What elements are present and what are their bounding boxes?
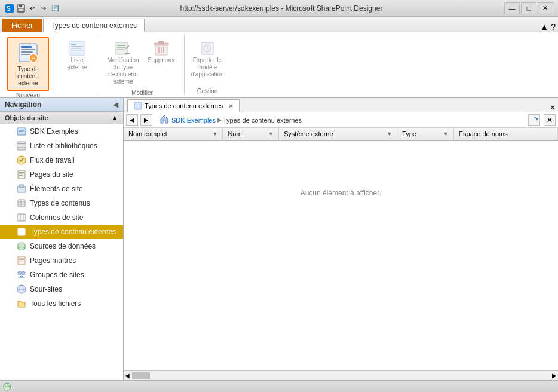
help-icon[interactable]: ? [551,22,556,32]
liste-externe-label: Listeexterne [67,57,87,71]
section-expand-icon: ▲ [111,114,118,122]
svg-rect-4 [19,8,23,11]
tab-types-contenu-externes[interactable]: Types de contenu externes [43,19,145,32]
svg-text:S: S [7,5,11,12]
scroll-left-button[interactable]: ◀ [124,372,131,379]
svg-rect-32 [19,131,23,132]
svg-text:+: + [32,55,35,62]
nav-item-flux-travail[interactable]: Flux de travail [0,153,123,167]
svg-rect-7 [21,49,35,50]
svg-rect-24 [159,41,164,44]
svg-rect-36 [18,146,25,146]
save-icon[interactable] [16,4,26,13]
svg-rect-21 [125,53,130,54]
maximize-button[interactable]: □ [521,2,536,14]
button-type-contenu-externe[interactable]: + Type de contenuexterne [7,37,49,91]
type-contenu-icon: + [16,41,40,65]
tab-icon [134,102,142,110]
button-supprimer[interactable]: Supprimer [143,37,179,67]
nav-item-types-contenus[interactable]: Types de contenus [0,196,123,210]
tab-types-contenu-externes[interactable]: Types de contenu externes ✕ [127,99,240,112]
sources-donnees-icon [17,241,26,251]
redo-icon[interactable]: ↪ [39,4,48,13]
nav-item-sdk-exemples[interactable]: SDK Exemples [0,124,123,139]
nav-item-elements-site[interactable]: Éléments de site [0,182,123,196]
col-nom[interactable]: Nom ▼ [223,128,279,140]
type-contenu-label: Type de contenuexterne [11,66,45,87]
ribbon-group-liste: Listeexterne [54,35,100,94]
nav-label-liste-bibliotheques: Liste et bibliothèques [30,142,97,150]
status-bar [0,380,558,392]
svg-rect-39 [18,170,25,179]
breadcrumb-sdk-exemples[interactable]: SDK Exemples [171,117,216,124]
content-area: Types de contenu externes ✕ ✕ ◀ ▶ SDK Ex… [124,98,558,380]
tab-close-button[interactable]: ✕ [228,103,233,109]
nav-header: Navigation ◀ [0,98,123,112]
nav-item-sources-donnees[interactable]: Sources de données [0,239,123,253]
nav-label-groupes-sites: Groupes de sites [30,271,84,279]
tab-fichier[interactable]: Fichier [2,19,42,32]
undo-icon[interactable]: ↩ [27,4,37,13]
button-liste-externe[interactable]: Listeexterne [59,37,95,74]
svg-rect-40 [19,172,24,173]
button-exporter-modele[interactable]: Exporter lemodèle d'application [189,37,225,81]
nav-item-pages-maitres[interactable]: Pages maîtres [0,253,123,268]
nav-label-sdk-exemples: SDK Exemples [30,127,78,136]
horizontal-scrollbar[interactable]: ◀ ▶ [124,370,558,380]
close-button[interactable]: ✕ [538,2,553,14]
title-bar-icons: S ↩ ↪ 🔄 [5,4,60,13]
nav-label-tous-fichiers: Tous les fichiers [30,299,81,308]
sous-sites-icon [17,284,26,294]
nav-label-colonnes-site: Colonnes de site [30,213,83,222]
liste-externe-icon [69,40,85,57]
nav-item-tous-fichiers[interactable]: Tous les fichiers [0,296,123,311]
col-arrow-type: ▼ [443,131,449,137]
exporter-label: Exporter lemodèle d'application [191,57,223,78]
home-button[interactable] [160,114,169,125]
group-label-nouveau: Nouveau [16,91,40,99]
back-button[interactable]: ◀ [126,114,138,126]
help-up-icon[interactable]: ▲ [540,22,548,32]
tab-label: Types de contenu externes [145,102,223,109]
col-nom-complet[interactable]: Nom complet ▼ [124,128,223,140]
groupes-sites-icon [17,270,26,280]
svg-rect-42 [19,175,23,176]
nav-item-liste-bibliotheques[interactable]: Liste et bibliothèques [0,139,123,153]
nav-item-groupes-sites[interactable]: Groupes de sites [0,268,123,282]
svg-rect-61 [19,259,24,260]
table-area[interactable]: Nom complet ▼ Nom ▼ Syst [124,128,558,370]
breadcrumb-bar: ◀ ▶ SDK Exemples ▶ Types de contenu exte… [124,112,558,128]
svg-rect-45 [18,200,25,207]
scroll-right-button[interactable]: ▶ [551,372,558,379]
col-type[interactable]: Type ▼ [397,128,454,140]
col-systeme-externe[interactable]: Système externe ▼ [279,128,397,140]
nav-label-sources-donnees: Sources de données [30,242,96,250]
nav-item-colonnes-site[interactable]: Colonnes de site [0,210,123,225]
col-espace-noms[interactable]: Espace de noms [453,128,557,140]
pages-maitres-icon [17,256,26,265]
modification-type-label: Modification du typede contenu externe [107,57,139,85]
pages-site-icon [17,170,26,179]
ribbon-buttons-liste: Listeexterne [59,35,95,93]
refresh-icon[interactable]: 🔄 [50,4,60,13]
breadcrumb-stop-button[interactable]: ✕ [544,114,556,126]
button-modification-type[interactable]: Modification du typede contenu externe [105,37,141,88]
close-content-button[interactable]: ✕ [550,103,558,112]
svg-rect-20 [117,49,124,50]
window-title: http://ssdk-server/sdkexemples - Microso… [180,4,383,13]
breadcrumb-refresh-button[interactable] [528,114,540,126]
title-bar-left: S ↩ ↪ 🔄 [5,4,60,13]
nav-collapse-button[interactable]: ◀ [113,100,118,109]
window-controls[interactable]: — □ ✕ [503,2,553,14]
ribbon-tabs: Fichier Types de contenu externes ▲ ? [0,17,558,32]
scroll-thumb-h[interactable] [132,372,150,379]
svg-rect-34 [18,143,25,144]
minimize-button[interactable]: — [504,2,520,14]
supprimer-label: Supprimer [148,57,175,64]
status-icon [2,382,12,391]
nav-item-pages-site[interactable]: Pages du site [0,167,123,182]
nav-item-sous-sites[interactable]: Sour-sites [0,282,123,296]
forward-button[interactable]: ▶ [140,114,152,126]
nav-section-objets-site[interactable]: Objets du site ▲ [0,112,123,124]
nav-item-types-contenu-externes[interactable]: Types de contenu externes [0,225,123,239]
